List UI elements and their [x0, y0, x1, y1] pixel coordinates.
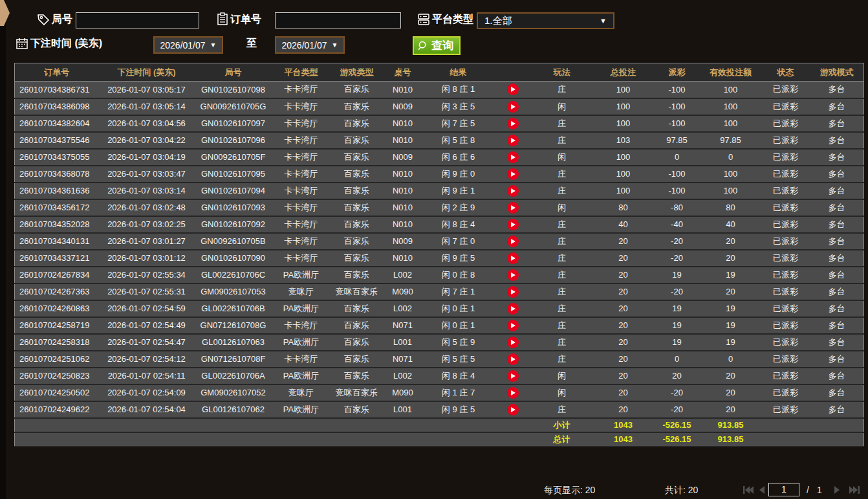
cell-payout: -40	[654, 216, 700, 233]
cell-mode: 多台	[810, 250, 864, 267]
cell-mode: 多台	[810, 183, 864, 199]
cell-play	[495, 334, 531, 351]
cell-time: 2026-01-07 03:04:56	[99, 115, 195, 132]
cell-result: 闲 8 庄 1	[422, 82, 495, 98]
first-page-button[interactable]	[743, 485, 754, 494]
sidebar-expand-handle[interactable]	[0, 0, 10, 26]
cell-status: 已派彩	[761, 199, 810, 216]
date-from-value: 2026/01/07	[160, 40, 206, 50]
cell-payout: 19	[654, 267, 700, 283]
cell-play_type: 庄	[531, 166, 593, 183]
date-from-select[interactable]: 2026/01/07 ▼	[153, 36, 223, 54]
game-no-input[interactable]	[76, 12, 199, 28]
play-video-button[interactable]	[507, 303, 519, 315]
cell-platform: 卡卡湾厅	[272, 166, 331, 183]
cell-play	[495, 267, 531, 283]
total-row-cell-play_type: 总计	[531, 432, 593, 447]
table-row: 2601070242587192026-01-07 02:54:49GN0712…	[15, 317, 864, 334]
play-video-button[interactable]	[507, 320, 519, 331]
cell-play	[495, 401, 531, 418]
play-video-button[interactable]	[507, 83, 519, 95]
col-header-status: 状态	[761, 63, 810, 82]
play-video-button[interactable]	[507, 219, 519, 230]
cell-order: 260107034340131	[15, 233, 99, 250]
play-video-button[interactable]	[507, 370, 519, 382]
table-row: 2601070343371212026-01-07 03:01:12GN0102…	[15, 250, 864, 267]
cell-game_no: GM09026107052	[195, 384, 272, 401]
cell-valid: 20	[700, 283, 761, 300]
cell-valid: 100	[700, 166, 761, 183]
play-video-button[interactable]	[507, 286, 519, 298]
subtotal-row-cell-game_type	[331, 418, 384, 432]
cell-valid: 20	[700, 250, 761, 267]
cell-bet: 20	[593, 283, 654, 300]
cell-result: 闲 0 庄 1	[422, 317, 495, 334]
col-header-time: 下注时间 (美东)	[99, 63, 195, 82]
order-no-input[interactable]	[275, 12, 401, 28]
cell-bet: 100	[593, 115, 654, 132]
total-count-label: 共计: 20	[665, 485, 698, 496]
cell-platform: PA欧洲厅	[272, 334, 331, 351]
cell-order: 260107034368078	[15, 166, 99, 183]
cell-play_type: 庄	[531, 267, 593, 283]
col-header-mode: 游戏模式	[810, 63, 864, 82]
cell-game_type: 百家乐	[331, 250, 384, 267]
cell-order: 260107034352028	[15, 216, 99, 233]
cell-order: 260107034337121	[15, 250, 99, 267]
play-video-button[interactable]	[507, 404, 519, 416]
last-page-button[interactable]	[849, 485, 860, 494]
table-row: 2601070343750552026-01-07 03:04:19GN0092…	[15, 149, 864, 166]
play-video-button[interactable]	[507, 236, 519, 247]
cell-result: 闲 5 庄 9	[422, 334, 495, 351]
cell-bet: 20	[593, 384, 654, 401]
cell-mode: 多台	[810, 132, 864, 149]
cell-status: 已派彩	[761, 233, 810, 250]
play-video-button[interactable]	[507, 269, 519, 281]
cell-bet: 20	[593, 401, 654, 418]
cell-platform: 卡卡湾厅	[272, 216, 331, 233]
subtotal-row-cell-game_no	[195, 418, 272, 432]
table-row: 2601070242678342026-01-07 02:55:34GL0022…	[15, 267, 864, 283]
cell-status: 已派彩	[761, 351, 810, 368]
cell-play	[495, 199, 531, 216]
cell-play	[495, 115, 531, 132]
play-video-button[interactable]	[507, 387, 519, 399]
col-header-play_type: 玩法	[531, 63, 593, 82]
play-video-button[interactable]	[507, 337, 519, 348]
subtotal-row-cell-payout: -526.15	[654, 418, 700, 432]
cell-table_no: N010	[384, 250, 422, 267]
cell-mode: 多台	[810, 401, 864, 418]
cell-play_type: 庄	[531, 82, 593, 98]
search-button-label: 查询	[431, 38, 453, 53]
play-video-button[interactable]	[507, 118, 519, 129]
prev-page-button[interactable]	[758, 485, 766, 494]
chevron-down-icon: ▼	[332, 41, 338, 49]
cell-play_type: 庄	[531, 401, 593, 418]
page-number-input[interactable]: 1	[768, 483, 799, 496]
cell-table_no: N009	[384, 233, 422, 250]
cell-play	[495, 132, 531, 149]
total-row-cell-game_type	[331, 432, 384, 447]
play-video-button[interactable]	[507, 353, 519, 365]
cell-order: 260107024249622	[15, 401, 99, 418]
cell-result: 闲 9 庄 5	[422, 401, 495, 418]
table-row: 2601070343520282026-01-07 03:02:25GN0102…	[15, 216, 864, 233]
cell-payout: 0	[654, 149, 700, 166]
date-to-select[interactable]: 2026/01/07 ▼	[275, 36, 345, 54]
next-page-button[interactable]	[833, 485, 841, 494]
cell-payout: -20	[654, 401, 700, 418]
play-video-button[interactable]	[507, 168, 519, 180]
platform-type-select[interactable]: 1.全部 ▼	[477, 12, 614, 29]
cell-order: 260107024260863	[15, 300, 99, 317]
play-video-button[interactable]	[507, 185, 519, 197]
play-video-button[interactable]	[507, 202, 519, 214]
play-video-button[interactable]	[507, 151, 519, 163]
search-button[interactable]: 查询	[413, 36, 461, 55]
table-row: 2601070242505022026-01-07 02:54:09GM0902…	[15, 384, 864, 401]
cell-mode: 多台	[810, 283, 864, 300]
play-video-button[interactable]	[507, 101, 519, 113]
cell-time: 2026-01-07 02:55:31	[99, 283, 195, 300]
play-video-button[interactable]	[507, 252, 519, 264]
cell-play	[495, 233, 531, 250]
play-video-button[interactable]	[507, 135, 519, 146]
